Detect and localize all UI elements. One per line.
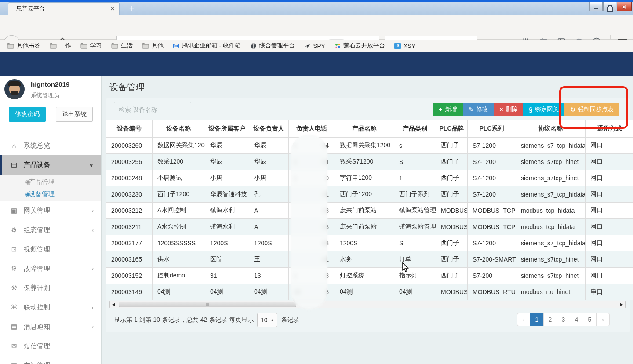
cell-plc_series: MODBUS_RTU — [468, 284, 516, 300]
tab-close-icon[interactable]: × — [110, 5, 115, 12]
cell-owner: 小唐 — [249, 170, 289, 186]
bookmark-item[interactable]: 工作 — [50, 42, 71, 50]
toolbar-button-修改[interactable]: ✎修改 — [463, 103, 494, 116]
bookmark-label: 工作 — [59, 42, 71, 50]
scroll-right-icon[interactable]: ▶ — [618, 302, 625, 306]
column-header-产品名称[interactable]: 产品名称 — [335, 120, 394, 138]
sidebar-item-组态管理[interactable]: ⚙组态管理‹ — [0, 220, 101, 240]
sidebar-item-label: 视频管理 — [24, 245, 50, 254]
cell-category: 04测 — [394, 284, 436, 300]
cell-protocol: siemens_s7_tcp_hidata — [516, 235, 586, 251]
scrollbar-thumb[interactable] — [119, 302, 296, 307]
sidebar-item-故障管理[interactable]: ⚙故障管理‹ — [0, 259, 101, 278]
bookmark-item[interactable]: 其他 — [142, 42, 164, 50]
privacy-blur-overlay — [291, 135, 327, 309]
toolbar-button-绑定网关[interactable]: §绑定网关 — [523, 103, 564, 116]
table-row[interactable]: 200003212A水闸控制镇海水利A33庶来门前泵站镇海泵站管理MODBUSM… — [106, 203, 633, 219]
column-header-设备所属客户[interactable]: 设备所属客户 — [205, 120, 249, 138]
cell-name: 1200SSSSSS — [153, 235, 205, 251]
sidebar-item-label: 消息通知 — [24, 323, 50, 331]
ys7-icon — [335, 43, 341, 49]
sidebar-item-视频管理[interactable]: ⊡视频管理 — [0, 240, 101, 259]
avatar[interactable] — [4, 79, 25, 99]
bookmark-item[interactable]: 综合管理平台 — [250, 42, 295, 50]
window-minimize-button[interactable] — [589, 2, 603, 11]
table-row[interactable]: 2000031771200SSSSSS1200S1200S881200SS西门子… — [106, 235, 633, 251]
table-row[interactable]: 200003230西门子1200华辰智通科技孔31西门子1200西门子系列西门子… — [106, 186, 633, 203]
change-password-button[interactable]: 修改密码 — [9, 107, 46, 122]
table-row[interactable]: 200003248小唐测试小唐小唐10字符串12001西门子S7-1200sie… — [106, 170, 633, 186]
bookmark-item[interactable]: SPY — [304, 43, 325, 49]
cell-owner: 1200S — [249, 235, 289, 251]
bookmark-item[interactable]: 生活 — [111, 42, 133, 50]
column-header-设备名称[interactable]: 设备名称 — [153, 120, 205, 138]
sidebar-item-空间管理[interactable]: ▣空间管理 — [0, 356, 101, 364]
browser-tab[interactable]: 思普云平台 × — [8, 2, 120, 15]
gateway-icon: ▣ — [9, 207, 19, 215]
pager-page-5[interactable]: 5 — [583, 313, 597, 326]
minimize-icon — [594, 8, 598, 9]
pager-page-3[interactable]: 3 — [557, 313, 570, 326]
sidebar-item-短信管理[interactable]: ✉短信管理 — [0, 336, 101, 356]
bookmark-item[interactable]: 腾讯企业邮箱 - 收件箱 — [173, 42, 241, 50]
bookmark-item[interactable]: XSY — [394, 43, 415, 49]
sidebar-item-系统总览[interactable]: ⌂系统总览 — [0, 136, 101, 155]
cell-name: 04测 — [153, 284, 205, 300]
window-restore-button[interactable] — [603, 2, 616, 11]
bookmark-item[interactable]: 其他书签 — [7, 42, 40, 50]
table-row[interactable]: 20000314904测04测04测15804测04测MODBUSMODBUS_… — [106, 284, 633, 300]
cell-product: 04测 — [335, 284, 394, 300]
cell-id: 200003248 — [106, 170, 153, 186]
logout-button[interactable]: 退出系统 — [56, 107, 93, 122]
column-header-PLC品牌[interactable]: PLC品牌 — [436, 120, 468, 138]
table-row[interactable]: 200003152控制demo311318灯控系统指示灯西门子S7-200sie… — [106, 268, 633, 284]
toolbar-button-新增[interactable]: +新增 — [433, 103, 462, 116]
pager-page-2[interactable]: 2 — [543, 313, 557, 326]
column-header-PLC系列[interactable]: PLC系列 — [468, 120, 516, 138]
window-close-button[interactable]: × — [617, 2, 632, 11]
sidebar-item-消息通知[interactable]: ▤消息通知‹ — [0, 317, 101, 336]
page-size-select[interactable]: 10 ▲ — [257, 313, 277, 327]
sidebar-item-设备管理[interactable]: ◉设备管理 — [0, 188, 101, 200]
table-row[interactable]: 200003165供水医院王41水务订单西门子S7-200-SMARTsieme… — [106, 251, 633, 268]
bookmark-item[interactable]: 萤石云开放平台 — [335, 42, 386, 50]
cell-plc_series: S7-200 — [468, 268, 516, 284]
sidebar-item-产品管理[interactable]: ◉产品管理 — [0, 175, 101, 188]
chevron-left-icon: ‹ — [92, 304, 94, 311]
horizontal-scrollbar[interactable]: ◀ ▶ — [109, 301, 626, 308]
browser-tab-bar: 思普云平台 × + × — [0, 2, 633, 15]
table-row[interactable]: 200003211A水泵控制镇海水利A33庶来门前泵站镇海泵站管理MODBUSM… — [106, 219, 633, 235]
pager-page-1[interactable]: 1 — [530, 313, 544, 326]
user-role: 系统管理员 — [31, 91, 59, 99]
pager-prev[interactable]: ‹ — [517, 313, 531, 326]
table-row[interactable]: 200003260数据网关采集1200华辰华辰104数据网关采集1200s西门子… — [106, 138, 633, 154]
sidebar-item-label: 短信管理 — [24, 342, 50, 350]
device-search-input[interactable] — [114, 102, 191, 116]
table-header-row: 设备编号设备名称设备所属客户设备负责人负责人电话产品名称产品类别PLC品牌PLC… — [106, 120, 633, 138]
chevron-left-icon: ‹ — [92, 266, 94, 272]
tab-title: 思普云平台 — [16, 5, 110, 13]
sidebar-item-label: 网关管理 — [24, 207, 50, 215]
cell-customer: 31 — [205, 268, 249, 284]
toolbar-button-删除[interactable]: ×删除 — [494, 103, 523, 116]
new-tab-button[interactable]: + — [125, 4, 139, 14]
cell-category: 镇海泵站管理 — [394, 219, 436, 235]
scroll-left-icon[interactable]: ◀ — [110, 302, 117, 306]
pager-page-4[interactable]: 4 — [570, 313, 583, 326]
sidebar-item-产品设备[interactable]: ▤产品设备∨ — [0, 155, 101, 175]
bookmark-label: XSY — [404, 43, 415, 49]
page-size-value: 10 — [261, 317, 268, 324]
cell-id: 200003211 — [106, 219, 153, 235]
sidebar-item-网关管理[interactable]: ▣网关管理‹ — [0, 201, 101, 220]
sidebar-item-label: 设备管理 — [29, 190, 55, 198]
column-header-设备负责人[interactable]: 设备负责人 — [249, 120, 289, 138]
sidebar-item-保养计划[interactable]: ⚒保养计划 — [0, 278, 101, 298]
pager: ‹12345› — [517, 313, 610, 326]
table-row[interactable]: 200003256数采1200华辰华辰104数采S71200S西门子S7-120… — [106, 154, 633, 170]
bookmark-item[interactable]: 学习 — [80, 42, 102, 50]
sidebar-item-联动控制[interactable]: ⌘联动控制‹ — [0, 298, 101, 317]
column-header-产品类别[interactable]: 产品类别 — [394, 120, 436, 138]
sidebar-item-label: 组态管理 — [24, 226, 50, 234]
column-header-设备编号[interactable]: 设备编号 — [106, 120, 153, 138]
pager-next[interactable]: › — [596, 313, 610, 326]
